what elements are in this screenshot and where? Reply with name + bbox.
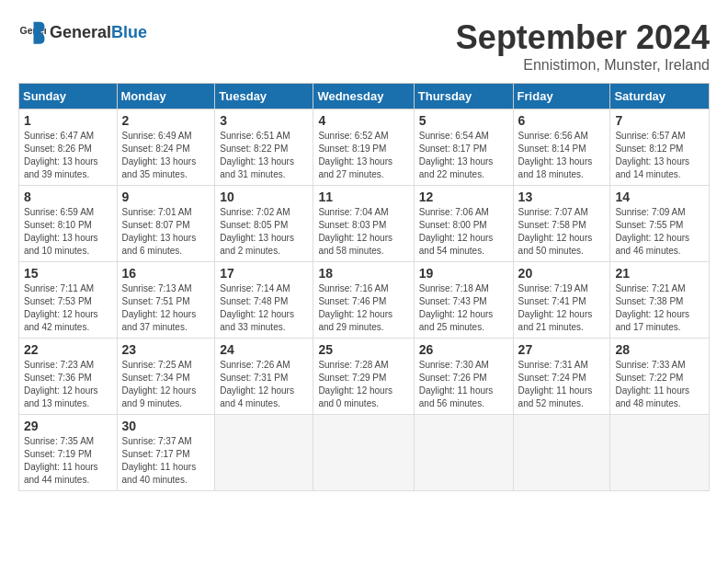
cell-info: Sunrise: 7:18 AMSunset: 7:43 PMDaylight:…: [419, 283, 494, 332]
day-number: 22: [24, 342, 112, 357]
day-number: 16: [122, 266, 210, 281]
day-number: 15: [24, 266, 112, 281]
day-number: 13: [518, 190, 606, 204]
calendar-cell: 3 Sunrise: 6:51 AMSunset: 8:22 PMDayligh…: [215, 109, 313, 186]
calendar-table: Sunday Monday Tuesday Wednesday Thursday…: [18, 83, 710, 491]
cell-info: Sunrise: 6:47 AMSunset: 8:26 PMDaylight:…: [24, 131, 98, 179]
calendar-cell: 2 Sunrise: 6:49 AMSunset: 8:24 PMDayligh…: [117, 109, 215, 186]
day-number: 26: [419, 342, 508, 357]
calendar-cell: 4 Sunrise: 6:52 AMSunset: 8:19 PMDayligh…: [313, 109, 414, 186]
header-tuesday: Tuesday: [215, 84, 313, 109]
cell-info: Sunrise: 6:54 AMSunset: 8:17 PMDaylight:…: [419, 131, 494, 179]
calendar-cell: 29 Sunrise: 7:35 AMSunset: 7:19 PMDaylig…: [19, 415, 118, 491]
cell-info: Sunrise: 7:19 AMSunset: 7:41 PMDaylight:…: [518, 283, 593, 332]
cell-info: Sunrise: 7:07 AMSunset: 7:58 PMDaylight:…: [518, 207, 593, 256]
day-number: 8: [24, 190, 112, 204]
cell-info: Sunrise: 7:21 AMSunset: 7:38 PMDaylight:…: [615, 283, 689, 332]
cell-info: Sunrise: 7:33 AMSunset: 7:22 PMDaylight:…: [615, 360, 689, 408]
calendar-cell: 14 Sunrise: 7:09 AMSunset: 7:55 PMDaylig…: [610, 186, 710, 262]
calendar-cell: 10 Sunrise: 7:02 AMSunset: 8:05 PMDaylig…: [215, 186, 313, 262]
calendar-week-2: 8 Sunrise: 6:59 AMSunset: 8:10 PMDayligh…: [19, 186, 710, 262]
calendar-cell: 7 Sunrise: 6:57 AMSunset: 8:12 PMDayligh…: [610, 109, 710, 186]
cell-info: Sunrise: 7:13 AMSunset: 7:51 PMDaylight:…: [122, 283, 197, 332]
calendar-cell: 8 Sunrise: 6:59 AMSunset: 8:10 PMDayligh…: [19, 186, 118, 262]
header-wednesday: Wednesday: [313, 84, 414, 109]
day-number: 9: [122, 190, 210, 204]
cell-info: Sunrise: 7:09 AMSunset: 7:55 PMDaylight:…: [615, 207, 689, 256]
cell-info: Sunrise: 7:25 AMSunset: 7:34 PMDaylight:…: [122, 360, 197, 408]
calendar-cell: 12 Sunrise: 7:06 AMSunset: 8:00 PMDaylig…: [414, 186, 513, 262]
calendar-cell: 13 Sunrise: 7:07 AMSunset: 7:58 PMDaylig…: [513, 186, 610, 262]
calendar-cell: 24 Sunrise: 7:26 AMSunset: 7:31 PMDaylig…: [215, 339, 313, 415]
cell-info: Sunrise: 7:26 AMSunset: 7:31 PMDaylight:…: [220, 360, 294, 408]
day-number: 28: [615, 342, 704, 357]
calendar-cell: 20 Sunrise: 7:19 AMSunset: 7:41 PMDaylig…: [513, 262, 610, 339]
calendar-cell: 22 Sunrise: 7:23 AMSunset: 7:36 PMDaylig…: [19, 339, 118, 415]
day-number: 30: [122, 419, 210, 433]
day-number: 11: [318, 190, 408, 204]
calendar-cell: 1 Sunrise: 6:47 AMSunset: 8:26 PMDayligh…: [19, 109, 118, 186]
page-header: General General Blue September 2024 Enni…: [18, 18, 710, 74]
cell-info: Sunrise: 7:14 AMSunset: 7:48 PMDaylight:…: [220, 283, 294, 332]
logo: General General Blue: [18, 18, 147, 46]
header-thursday: Thursday: [414, 84, 513, 109]
cell-info: Sunrise: 6:57 AMSunset: 8:12 PMDaylight:…: [615, 131, 689, 179]
cell-info: Sunrise: 6:52 AMSunset: 8:19 PMDaylight:…: [318, 131, 392, 179]
cell-info: Sunrise: 6:49 AMSunset: 8:24 PMDaylight:…: [122, 131, 197, 179]
calendar-week-4: 22 Sunrise: 7:23 AMSunset: 7:36 PMDaylig…: [19, 339, 710, 415]
cell-info: Sunrise: 7:31 AMSunset: 7:24 PMDaylight:…: [518, 360, 593, 408]
calendar-cell: [513, 415, 610, 491]
calendar-cell: 27 Sunrise: 7:31 AMSunset: 7:24 PMDaylig…: [513, 339, 610, 415]
cell-info: Sunrise: 7:35 AMSunset: 7:19 PMDaylight:…: [24, 436, 98, 485]
cell-info: Sunrise: 7:01 AMSunset: 8:07 PMDaylight:…: [122, 207, 197, 256]
calendar-week-3: 15 Sunrise: 7:11 AMSunset: 7:53 PMDaylig…: [19, 262, 710, 339]
header-sunday: Sunday: [19, 84, 118, 109]
calendar-cell: 25 Sunrise: 7:28 AMSunset: 7:29 PMDaylig…: [313, 339, 414, 415]
calendar-cell: 23 Sunrise: 7:25 AMSunset: 7:34 PMDaylig…: [117, 339, 215, 415]
day-number: 27: [518, 342, 606, 357]
day-number: 4: [318, 113, 408, 128]
cell-info: Sunrise: 7:30 AMSunset: 7:26 PMDaylight:…: [419, 360, 494, 408]
cell-info: Sunrise: 6:59 AMSunset: 8:10 PMDaylight:…: [24, 207, 98, 256]
calendar-cell: 30 Sunrise: 7:37 AMSunset: 7:17 PMDaylig…: [117, 415, 215, 491]
cell-info: Sunrise: 6:51 AMSunset: 8:22 PMDaylight:…: [220, 131, 294, 179]
day-number: 29: [24, 419, 112, 433]
month-title: September 2024: [456, 18, 710, 57]
cell-info: Sunrise: 7:37 AMSunset: 7:17 PMDaylight:…: [122, 436, 197, 485]
cell-info: Sunrise: 7:04 AMSunset: 8:03 PMDaylight:…: [318, 207, 392, 256]
calendar-cell: 28 Sunrise: 7:33 AMSunset: 7:22 PMDaylig…: [610, 339, 710, 415]
logo-icon: General: [18, 18, 46, 46]
logo-blue-text: Blue: [111, 23, 147, 42]
calendar-week-1: 1 Sunrise: 6:47 AMSunset: 8:26 PMDayligh…: [19, 109, 710, 186]
day-number: 21: [615, 266, 704, 281]
day-number: 5: [419, 113, 508, 128]
day-number: 19: [419, 266, 508, 281]
calendar-cell: [610, 415, 710, 491]
calendar-cell: 11 Sunrise: 7:04 AMSunset: 8:03 PMDaylig…: [313, 186, 414, 262]
day-number: 17: [220, 266, 308, 281]
header-friday: Friday: [513, 84, 610, 109]
day-number: 25: [318, 342, 408, 357]
day-number: 12: [419, 190, 508, 204]
day-number: 18: [318, 266, 408, 281]
cell-info: Sunrise: 7:11 AMSunset: 7:53 PMDaylight:…: [24, 283, 98, 332]
day-number: 10: [220, 190, 308, 204]
day-number: 23: [122, 342, 210, 357]
calendar-cell: 26 Sunrise: 7:30 AMSunset: 7:26 PMDaylig…: [414, 339, 513, 415]
cell-info: Sunrise: 7:28 AMSunset: 7:29 PMDaylight:…: [318, 360, 392, 408]
cell-info: Sunrise: 7:16 AMSunset: 7:46 PMDaylight:…: [318, 283, 392, 332]
calendar-header-row: Sunday Monday Tuesday Wednesday Thursday…: [19, 84, 710, 109]
calendar-cell: 16 Sunrise: 7:13 AMSunset: 7:51 PMDaylig…: [117, 262, 215, 339]
cell-info: Sunrise: 7:02 AMSunset: 8:05 PMDaylight:…: [220, 207, 294, 256]
cell-info: Sunrise: 7:06 AMSunset: 8:00 PMDaylight:…: [419, 207, 494, 256]
header-monday: Monday: [117, 84, 215, 109]
header-saturday: Saturday: [610, 84, 710, 109]
day-number: 14: [615, 190, 704, 204]
calendar-cell: 5 Sunrise: 6:54 AMSunset: 8:17 PMDayligh…: [414, 109, 513, 186]
calendar-cell: 17 Sunrise: 7:14 AMSunset: 7:48 PMDaylig…: [215, 262, 313, 339]
day-number: 1: [24, 113, 112, 128]
day-number: 20: [518, 266, 606, 281]
day-number: 6: [518, 113, 606, 128]
calendar-week-5: 29 Sunrise: 7:35 AMSunset: 7:19 PMDaylig…: [19, 415, 710, 491]
logo-general-text: General: [50, 23, 111, 42]
